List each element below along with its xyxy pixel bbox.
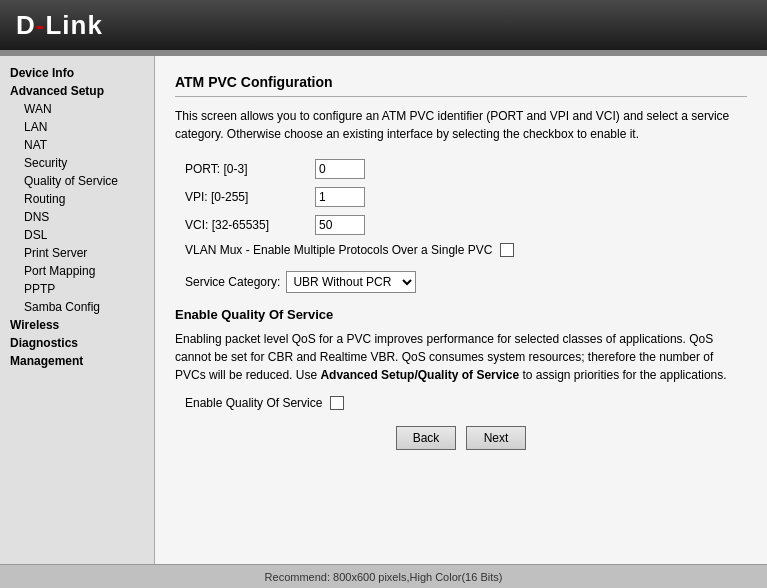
sidebar-item-pptp[interactable]: PPTP [0, 280, 154, 298]
sidebar-item-lan[interactable]: LAN [0, 118, 154, 136]
sidebar-item-samba-config[interactable]: Samba Config [0, 298, 154, 316]
sidebar-item-device-info[interactable]: Device Info [0, 64, 154, 82]
service-category-label: Service Category: [185, 275, 280, 289]
qos-section-title: Enable Quality Of Service [175, 307, 747, 322]
enable-qos-row: Enable Quality Of Service [185, 396, 747, 410]
vpi-label: VPI: [0-255] [185, 190, 315, 204]
footer-text: Recommend: 800x600 pixels,High Color(16 … [265, 571, 503, 583]
footer: Recommend: 800x600 pixels,High Color(16 … [0, 564, 767, 588]
qos-desc-bold: Advanced Setup/Quality of Service [320, 368, 519, 382]
sidebar-item-nat[interactable]: NAT [0, 136, 154, 154]
sidebar-item-dns[interactable]: DNS [0, 208, 154, 226]
sidebar-item-wireless[interactable]: Wireless [0, 316, 154, 334]
vpi-input[interactable] [315, 187, 365, 207]
enable-qos-label: Enable Quality Of Service [185, 396, 322, 410]
qos-description: Enabling packet level QoS for a PVC impr… [175, 330, 747, 384]
main-layout: Device Info Advanced Setup WAN LAN NAT S… [0, 56, 767, 564]
sidebar-item-security[interactable]: Security [0, 154, 154, 172]
vpi-row: VPI: [0-255] [185, 187, 747, 207]
vci-row: VCI: [32-65535] [185, 215, 747, 235]
sidebar-item-advanced-setup[interactable]: Advanced Setup [0, 82, 154, 100]
vlan-row: VLAN Mux - Enable Multiple Protocols Ove… [185, 243, 747, 257]
sidebar-item-quality-of-service[interactable]: Quality of Service [0, 172, 154, 190]
service-category-select[interactable]: UBR Without PCR UBR With PCR CBR Non Rea… [286, 271, 416, 293]
vlan-label: VLAN Mux - Enable Multiple Protocols Ove… [185, 243, 492, 257]
content-area: ATM PVC Configuration This screen allows… [155, 56, 767, 564]
header: D-Link [0, 0, 767, 50]
port-row: PORT: [0-3] [185, 159, 747, 179]
vci-input[interactable] [315, 215, 365, 235]
vci-label: VCI: [32-65535] [185, 218, 315, 232]
enable-qos-checkbox[interactable] [330, 396, 344, 410]
logo: D-Link [16, 10, 103, 41]
qos-desc-text2: to assign priorities for the application… [519, 368, 726, 382]
content-description: This screen allows you to configure an A… [175, 107, 747, 143]
content-divider [175, 96, 747, 97]
back-button[interactable]: Back [396, 426, 456, 450]
page-title: ATM PVC Configuration [175, 74, 747, 90]
port-input[interactable] [315, 159, 365, 179]
buttons-row: Back Next [175, 426, 747, 450]
sidebar-item-print-server[interactable]: Print Server [0, 244, 154, 262]
sidebar-item-port-mapping[interactable]: Port Mapping [0, 262, 154, 280]
next-button[interactable]: Next [466, 426, 526, 450]
port-label: PORT: [0-3] [185, 162, 315, 176]
vlan-checkbox[interactable] [500, 243, 514, 257]
sidebar-item-wan[interactable]: WAN [0, 100, 154, 118]
sidebar: Device Info Advanced Setup WAN LAN NAT S… [0, 56, 155, 564]
sidebar-item-management[interactable]: Management [0, 352, 154, 370]
sidebar-item-routing[interactable]: Routing [0, 190, 154, 208]
service-category-row: Service Category: UBR Without PCR UBR Wi… [185, 271, 747, 293]
sidebar-item-diagnostics[interactable]: Diagnostics [0, 334, 154, 352]
sidebar-item-dsl[interactable]: DSL [0, 226, 154, 244]
